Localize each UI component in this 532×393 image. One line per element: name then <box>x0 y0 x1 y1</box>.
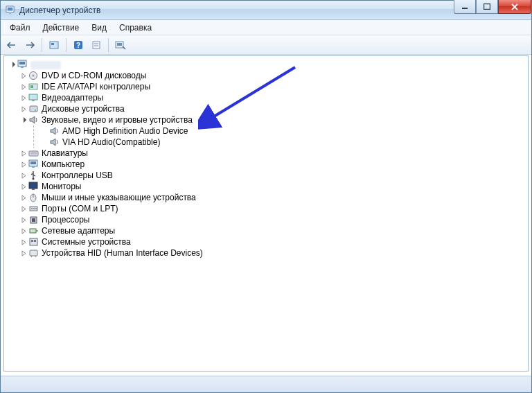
properties-button[interactable] <box>88 37 105 53</box>
tree-category-label: Мониторы <box>40 181 81 192</box>
net-icon <box>28 226 40 236</box>
chevron-right-icon[interactable] <box>19 161 28 168</box>
tree-root-label <box>29 59 61 70</box>
svg-rect-4 <box>484 4 490 10</box>
tree-device[interactable]: AMD High Definition Audio Device <box>7 125 528 137</box>
system-icon <box>28 237 40 247</box>
menu-action[interactable]: Действие <box>37 21 86 34</box>
tree-category-label: Мыши и иные указывающие устройства <box>40 192 196 203</box>
svg-rect-43 <box>30 238 37 245</box>
hid-icon <box>28 248 40 258</box>
forward-button[interactable] <box>21 37 38 53</box>
maximize-button[interactable] <box>476 0 498 14</box>
chevron-right-icon[interactable] <box>19 250 28 256</box>
chevron-down-icon[interactable] <box>8 62 17 68</box>
tree-category-label: Видеоадаптеры <box>40 92 103 103</box>
chevron-right-icon[interactable] <box>19 217 28 223</box>
tree-category-label: Сетевые адаптеры <box>40 225 115 236</box>
svg-rect-23 <box>30 106 37 112</box>
titlebar[interactable]: Диспетчер устройств <box>1 1 531 20</box>
svg-point-38 <box>33 208 35 209</box>
tree-category-label: Устройства HID (Human Interface Devices) <box>40 247 203 259</box>
device-tree[interactable]: DVD и CD-ROM дисководы IDE ATA/ATAPI кон… <box>4 56 528 261</box>
chevron-right-icon[interactable] <box>19 173 28 179</box>
tree-category[interactable]: Мониторы <box>7 181 528 192</box>
window-title: Диспетчер устройств <box>19 6 100 15</box>
chevron-right-icon[interactable] <box>19 84 28 90</box>
chevron-right-icon[interactable] <box>19 150 28 157</box>
svg-rect-44 <box>31 240 33 242</box>
chevron-right-icon[interactable] <box>19 95 28 101</box>
chevron-right-icon[interactable] <box>19 206 28 212</box>
svg-point-24 <box>35 110 36 111</box>
chevron-right-icon[interactable] <box>19 106 28 112</box>
menu-file[interactable]: Файл <box>3 21 37 34</box>
chevron-right-icon[interactable] <box>19 228 28 234</box>
svg-rect-2 <box>8 12 11 14</box>
tree-device-label: AMD High Definition Audio Device <box>61 125 188 137</box>
tree-category[interactable]: Компьютер <box>7 159 528 170</box>
chevron-down-icon[interactable] <box>19 117 28 123</box>
show-hidden-button[interactable] <box>46 37 62 53</box>
tree-category[interactable]: Мыши и иные указывающие устройства <box>7 192 528 203</box>
chevron-right-icon[interactable] <box>19 184 28 190</box>
tree-category[interactable]: Дисковые устройства <box>7 103 528 114</box>
speaker-icon <box>48 126 61 136</box>
tree-device[interactable]: VIA HD Audio(Compatible) <box>7 137 528 148</box>
menubar: Файл Действие Вид Справка <box>1 20 531 35</box>
ide-icon <box>28 82 40 91</box>
svg-rect-46 <box>30 250 37 256</box>
back-button[interactable] <box>3 37 20 53</box>
svg-rect-42 <box>30 229 36 233</box>
tree-category-label: DVD и CD-ROM дисководы <box>40 70 146 81</box>
tree-category[interactable]: Порты (COM и LPT) <box>7 203 528 214</box>
tree-category[interactable]: Процессоры <box>7 214 528 225</box>
tree-category[interactable]: DVD и CD-ROM дисководы <box>7 70 528 81</box>
svg-point-31 <box>32 177 34 180</box>
monitor-icon <box>28 182 40 191</box>
toolbar-separator <box>66 38 66 52</box>
svg-rect-9 <box>93 42 100 49</box>
computer-icon <box>17 60 29 69</box>
cpu-icon <box>28 215 40 225</box>
port-icon <box>28 204 40 213</box>
svg-rect-15 <box>19 62 25 64</box>
svg-rect-45 <box>34 240 36 242</box>
tree-category[interactable]: IDE ATA/ATAPI контроллеры <box>7 81 528 92</box>
chevron-right-icon[interactable] <box>19 195 28 201</box>
tree-category[interactable]: Клавиатуры <box>7 148 528 159</box>
toolbar-separator <box>42 38 42 52</box>
computer-icon <box>28 159 40 169</box>
tree-category[interactable]: Устройства HID (Human Interface Devices) <box>7 247 528 259</box>
mouse-icon <box>28 193 40 202</box>
svg-rect-30 <box>32 166 35 168</box>
menu-view[interactable]: Вид <box>85 21 113 34</box>
tree-root[interactable] <box>7 59 528 70</box>
tree-category[interactable]: Звуковые, видео и игровые устройства <box>7 114 528 125</box>
close-button[interactable] <box>498 0 531 14</box>
statusbar <box>1 376 531 392</box>
tree-category-label: Компьютер <box>40 159 85 170</box>
chevron-right-icon[interactable] <box>19 73 28 79</box>
display-icon <box>28 93 40 103</box>
tree-category-label: Контроллеры USB <box>40 170 113 181</box>
tree-category-label: Звуковые, видео и игровые устройства <box>40 114 193 125</box>
minimize-button[interactable] <box>454 0 476 14</box>
tree-category[interactable]: Системные устройства <box>7 236 528 247</box>
tree-category[interactable]: Контроллеры USB <box>7 170 528 181</box>
toolbar-separator <box>108 38 109 52</box>
tree-category[interactable]: Сетевые адаптеры <box>7 225 528 236</box>
scan-button[interactable] <box>112 37 129 53</box>
menu-help[interactable]: Справка <box>113 21 158 34</box>
tree-category-label: Системные устройства <box>40 236 131 247</box>
keyboard-icon <box>28 148 40 158</box>
help-button[interactable]: ? <box>70 37 87 53</box>
chevron-right-icon[interactable] <box>19 239 28 245</box>
tree-category[interactable]: Видеоадаптеры <box>7 92 528 103</box>
device-manager-window: Диспетчер устройств Файл Действие Вид Сп… <box>0 0 532 393</box>
svg-rect-29 <box>30 161 36 164</box>
svg-rect-6 <box>51 43 54 45</box>
svg-rect-20 <box>30 85 33 88</box>
svg-rect-3 <box>462 8 468 9</box>
svg-rect-32 <box>29 182 37 189</box>
